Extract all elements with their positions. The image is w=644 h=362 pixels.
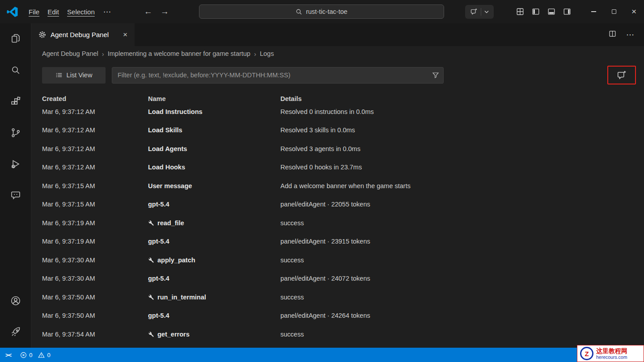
run-debug-icon <box>10 159 21 169</box>
close-window-button[interactable]: × <box>624 0 644 23</box>
row-name: Load Agents <box>148 145 280 152</box>
row-name-text: gpt-5.4 <box>148 275 169 282</box>
sidebar-item-source-control[interactable] <box>0 117 31 148</box>
minimize-button[interactable] <box>584 0 604 23</box>
breadcrumb: Agent Debug Panel › Implementing a welco… <box>31 46 644 61</box>
toggle-panel-button[interactable] <box>547 8 555 16</box>
toggle-sidebar-button[interactable] <box>532 8 540 16</box>
row-name-text: Load Skills <box>148 126 182 134</box>
remote-indicator[interactable]: >< <box>0 352 17 358</box>
row-details: success <box>280 257 636 264</box>
title-bar: File Edit Selection ⋯ ← → rust-tic-tac-t… <box>0 0 644 23</box>
sidebar-item-extensions[interactable] <box>0 86 31 117</box>
row-name: get_errors <box>148 331 280 338</box>
row-details: panel/editAgent · 22055 tokens <box>280 201 636 208</box>
menu-bar: File Edit Selection ⋯ <box>25 6 115 17</box>
sidebar-right-icon <box>563 8 571 16</box>
command-center-search[interactable]: rust-tic-tac-toe <box>199 4 444 19</box>
menu-edit[interactable]: Edit <box>43 6 63 17</box>
tab-agent-debug-panel[interactable]: Agent Debug Panel × <box>31 23 135 46</box>
rocket-icon <box>10 327 21 337</box>
table-row[interactable]: Mar 6, 9:37:30 AM gpt-5.4 panel/editAgen… <box>42 269 636 288</box>
chevron-down-icon <box>484 10 489 13</box>
row-created: Mar 6, 9:37:15 AM <box>42 201 148 208</box>
breadcrumb-item[interactable]: Agent Debug Panel <box>42 50 98 57</box>
table-row[interactable]: Mar 6, 9:37:30 AM apply_patch success <box>42 251 636 269</box>
row-name-text: gpt-5.4 <box>148 238 169 245</box>
row-created: Mar 6, 9:37:19 AM <box>42 219 148 227</box>
row-name: gpt-5.4 <box>148 312 280 319</box>
watermark-title: 这里教程网 <box>596 347 627 354</box>
row-name-text: apply_patch <box>157 257 195 264</box>
sidebar-item-run-debug[interactable] <box>0 148 31 180</box>
table-row[interactable]: Mar 6, 9:37:12 AM Load Agents Resolved 3… <box>42 139 636 158</box>
copilot-chat-button[interactable] <box>467 5 481 19</box>
sidebar-item-explorer[interactable] <box>0 23 31 55</box>
table-row[interactable]: Mar 6, 9:37:19 AM read_file success <box>42 214 636 232</box>
maximize-button[interactable] <box>604 0 624 23</box>
tool-icon <box>148 257 154 263</box>
table-row[interactable]: Mar 6, 9:37:12 AM Load Hooks Resolved 0 … <box>42 158 636 177</box>
row-name-text: get_errors <box>157 331 190 338</box>
row-name: gpt-5.4 <box>148 201 280 208</box>
row-created: Mar 6, 9:37:30 AM <box>42 275 148 282</box>
menu-file[interactable]: File <box>25 6 43 17</box>
column-header-created[interactable]: Created <box>42 95 148 102</box>
table-row[interactable]: Mar 6, 9:37:19 AM gpt-5.4 panel/editAgen… <box>42 232 636 251</box>
column-header-name[interactable]: Name <box>148 95 280 102</box>
tab-close-icon[interactable]: × <box>123 31 127 38</box>
breadcrumb-item[interactable]: Logs <box>260 50 274 57</box>
editor-more-actions-icon[interactable]: ⋯ <box>626 30 634 40</box>
tool-icon <box>148 331 154 337</box>
row-name: run_in_terminal <box>148 294 280 301</box>
filter-icon[interactable] <box>432 72 439 79</box>
editor-grid-layout-button[interactable] <box>516 8 524 16</box>
table-row[interactable]: Mar 6, 9:37:54 AM get_errors success <box>42 325 636 344</box>
sidebar-item-account[interactable] <box>0 285 31 316</box>
table-row[interactable]: Mar 6, 9:37:15 AM gpt-5.4 panel/editAgen… <box>42 195 636 214</box>
row-details: panel/editAgent · 23915 tokens <box>280 238 636 245</box>
menu-more-icon[interactable]: ⋯ <box>99 6 115 17</box>
open-in-chat-button-highlighted[interactable] <box>607 66 636 84</box>
log-rows: Mar 6, 9:37:12 AM Load Instructions Reso… <box>42 102 636 348</box>
table-row[interactable]: Mar 6, 9:37:50 AM run_in_terminal succes… <box>42 288 636 307</box>
filter-input[interactable] <box>112 67 444 84</box>
row-details: Add a welcome banner when the game start… <box>280 182 636 189</box>
column-header-details[interactable]: Details <box>280 95 636 102</box>
tab-label: Agent Debug Panel <box>51 31 109 38</box>
row-details: success <box>280 294 636 301</box>
split-editor-button[interactable] <box>609 30 616 39</box>
editor-area: Agent Debug Panel × ⋯ Agent Debug Panel … <box>31 23 644 348</box>
row-name-text: Load Agents <box>148 145 187 152</box>
list-view-button[interactable]: List View <box>42 67 106 84</box>
error-icon <box>20 352 27 358</box>
row-created: Mar 6, 9:37:54 AM <box>42 331 148 338</box>
copilot-dropdown-button[interactable] <box>481 5 492 19</box>
row-created: Mar 6, 9:37:19 AM <box>42 238 148 245</box>
search-icon <box>296 8 302 15</box>
vscode-logo-icon <box>6 6 18 18</box>
row-name-text: read_file <box>157 219 184 227</box>
problems-indicator[interactable]: 0 0 <box>17 352 57 358</box>
row-name: Load Instructions <box>148 108 280 115</box>
logs-toolbar: List View <box>42 66 636 84</box>
sidebar-item-chat[interactable] <box>0 180 31 211</box>
row-name: User message <box>148 182 280 189</box>
sidebar-item-launchpad[interactable] <box>0 316 31 348</box>
table-row[interactable]: Mar 6, 9:37:50 AM gpt-5.4 panel/editAgen… <box>42 307 636 325</box>
forward-icon[interactable]: → <box>161 7 169 17</box>
row-details: panel/editAgent · 24264 tokens <box>280 312 636 319</box>
copilot-chat-icon <box>616 70 627 80</box>
breadcrumb-item[interactable]: Implementing a welcome banner for game s… <box>108 50 250 57</box>
sidebar-item-search[interactable] <box>0 55 31 86</box>
table-row[interactable]: Mar 6, 9:37:12 AM Load Instructions Reso… <box>42 102 636 121</box>
table-row[interactable]: Mar 6, 9:37:15 AM User message Add a wel… <box>42 177 636 195</box>
search-value: rust-tic-tac-toe <box>306 8 347 15</box>
row-name: gpt-5.4 <box>148 275 280 282</box>
activity-bar <box>0 23 31 348</box>
table-row[interactable]: Mar 6, 9:37:12 AM Load Skills Resolved 3… <box>42 121 636 140</box>
toggle-secondary-sidebar-button[interactable] <box>563 8 571 16</box>
menu-selection[interactable]: Selection <box>63 6 99 17</box>
extensions-icon <box>10 96 21 107</box>
back-icon[interactable]: ← <box>144 7 153 17</box>
